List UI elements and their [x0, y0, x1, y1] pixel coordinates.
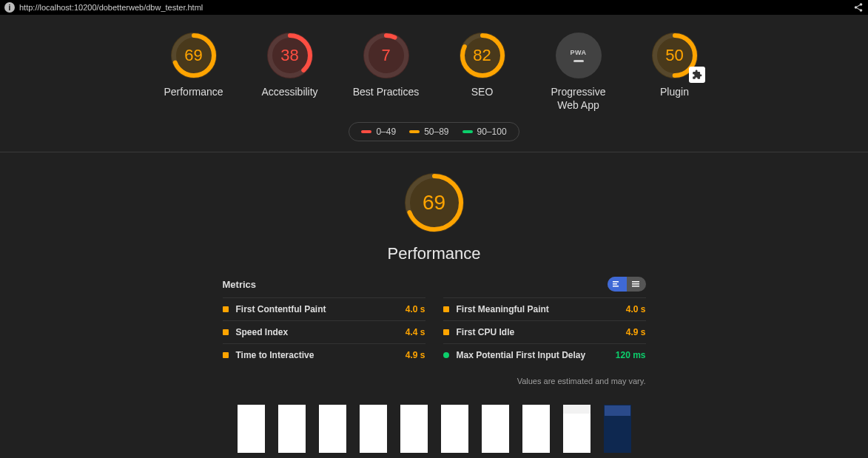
- metrics-view-toggle: [608, 277, 646, 292]
- gauge-best-practices[interactable]: 7Best Practices: [353, 33, 420, 112]
- metrics-grid: First Contentful Paint4.0 sFirst Meaning…: [223, 297, 646, 366]
- filmstrip-frame[interactable]: [360, 405, 387, 453]
- gauge-ring: 50: [652, 33, 698, 78]
- metric-status-icon: [443, 352, 449, 358]
- filmstrip: [238, 405, 631, 453]
- gauge-ring: 69: [171, 33, 217, 78]
- gauge-pwa[interactable]: PWAProgressive Web App: [545, 33, 612, 112]
- metric-status-icon: [223, 329, 229, 335]
- gauge-label: Progressive Web App: [545, 86, 612, 112]
- metric-name: First Contentful Paint: [236, 304, 406, 314]
- svg-rect-14: [613, 286, 619, 287]
- legend-item: 50–89: [409, 127, 448, 137]
- performance-section: 69 Performance Metrics First Contentful …: [0, 152, 868, 458]
- filmstrip-frame[interactable]: [278, 405, 306, 453]
- filmstrip-frame[interactable]: [400, 405, 428, 453]
- metric-status-icon: [443, 329, 449, 335]
- metric-name: First CPU Idle: [457, 327, 626, 337]
- metric-value: 4.4 s: [406, 327, 425, 337]
- gauge-accessibility[interactable]: 38Accessibility: [257, 33, 323, 112]
- legend-item: 0–49: [361, 127, 396, 137]
- gauge-performance[interactable]: 69Performance: [161, 33, 227, 112]
- metric-value: 4.0 s: [406, 304, 425, 314]
- metric-value: 4.9 s: [406, 350, 425, 360]
- page-url: http://localhost:10200/dobetterweb/dbw_t…: [19, 3, 203, 12]
- performance-title: Performance: [388, 244, 481, 263]
- filmstrip-frame[interactable]: [522, 405, 550, 453]
- metric-row[interactable]: First Meaningful Paint4.0 s: [443, 297, 646, 320]
- plugin-extension-icon: [689, 67, 705, 83]
- gauge-label: Plugin: [660, 86, 689, 99]
- svg-rect-15: [632, 281, 639, 283]
- score-legend: 0–4950–8990–100: [0, 122, 868, 141]
- metric-status-icon: [443, 306, 449, 312]
- filmstrip-frame[interactable]: [441, 405, 468, 453]
- category-gauges: 69Performance38Accessibility7Best Practi…: [0, 15, 868, 122]
- metric-value: 120 ms: [616, 350, 646, 360]
- metric-value: 4.0 s: [626, 304, 646, 314]
- metric-value: 4.9 s: [626, 327, 646, 337]
- metric-row[interactable]: Speed Index4.4 s: [223, 320, 425, 343]
- gauge-plugin[interactable]: 50Plugin: [642, 33, 708, 112]
- view-toggle-expanded[interactable]: [627, 277, 646, 292]
- gauge-label: Best Practices: [353, 86, 419, 99]
- metric-row[interactable]: Max Potential First Input Delay120 ms: [443, 343, 646, 366]
- svg-rect-16: [632, 283, 639, 285]
- gauge-seo[interactable]: 82SEO: [449, 33, 516, 112]
- metric-status-icon: [223, 352, 229, 358]
- svg-rect-12: [613, 281, 619, 283]
- metric-name: First Meaningful Paint: [457, 304, 626, 314]
- gauge-ring: 82: [460, 33, 505, 78]
- filmstrip-frame[interactable]: [319, 405, 346, 453]
- performance-main-gauge: 69: [405, 173, 464, 232]
- metric-row[interactable]: Time to Interactive4.9 s: [223, 343, 425, 366]
- gauge-label: Performance: [164, 86, 223, 99]
- gauge-label: SEO: [471, 86, 494, 99]
- metrics-note: Values are estimated and may vary.: [223, 377, 646, 385]
- metric-name: Max Potential First Input Delay: [457, 350, 616, 360]
- url-bar: i http://localhost:10200/dobetterweb/dbw…: [0, 0, 868, 15]
- metric-row[interactable]: First Contentful Paint4.0 s: [223, 297, 425, 320]
- filmstrip-frame[interactable]: [563, 405, 591, 453]
- metrics-block: Metrics First Contentful Paint4.0 sFirst…: [223, 277, 646, 366]
- svg-rect-17: [632, 286, 639, 287]
- filmstrip-frame[interactable]: [238, 405, 265, 453]
- gauge-ring: 38: [267, 33, 313, 78]
- legend-item: 90–100: [462, 127, 507, 137]
- view-toggle-collapsed[interactable]: [608, 277, 627, 292]
- metric-name: Time to Interactive: [236, 350, 406, 360]
- svg-rect-13: [613, 283, 617, 285]
- pwa-icon: PWA: [556, 33, 602, 78]
- gauge-ring: 7: [363, 33, 409, 78]
- metric-row[interactable]: First CPU Idle4.9 s: [443, 320, 646, 343]
- share-icon[interactable]: [853, 2, 864, 13]
- metric-status-icon: [223, 306, 229, 312]
- filmstrip-frame[interactable]: [482, 405, 509, 453]
- metrics-heading: Metrics: [223, 279, 257, 290]
- filmstrip-frame[interactable]: [604, 405, 631, 453]
- gauge-label: Accessibility: [261, 86, 317, 99]
- site-favicon: i: [4, 2, 15, 13]
- metric-name: Speed Index: [236, 327, 406, 337]
